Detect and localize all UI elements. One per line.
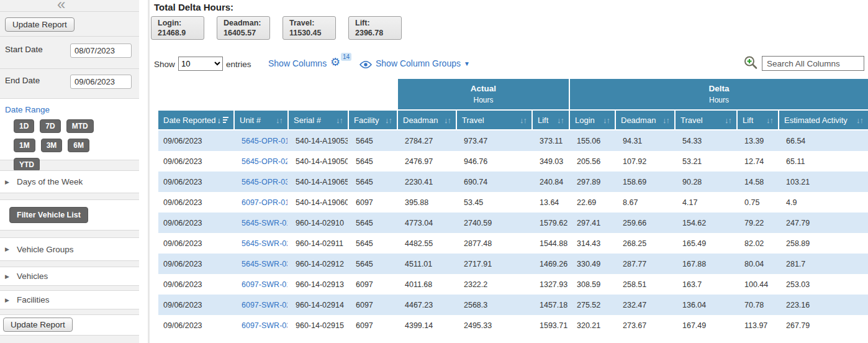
unit-link[interactable]: 6097-SWR-01 [242, 280, 287, 289]
show-columns-link[interactable]: Show Columns [268, 58, 327, 68]
cell-travel: 4.17 [674, 192, 736, 213]
sort-icon: ↓↑ [766, 116, 773, 125]
facilities-section[interactable]: ▶ Facilities [0, 290, 139, 309]
cell-estimated-activity: 253.03 [778, 274, 868, 295]
date-range-6m[interactable]: 6M [68, 139, 89, 152]
entries-label: entries [226, 60, 251, 69]
cell-travel: 690.74 [456, 172, 531, 192]
cell-travel: 165.49 [674, 233, 736, 254]
gear-icon[interactable]: ⚙ [330, 55, 340, 69]
update-report-button-top[interactable]: Update Report [5, 17, 75, 32]
cell-travel: 53.45 [456, 192, 531, 213]
column-header-estimated-activity[interactable]: Estimated Activity↓↑ [778, 111, 868, 130]
unit-link[interactable]: 5645-OPR-01 [242, 137, 287, 145]
cell-estimated-activity: 103.21 [778, 172, 868, 192]
search-plus-icon[interactable] [743, 55, 758, 73]
vehicles-section[interactable]: ▶ Vehicles [0, 267, 139, 286]
column-header-deadman[interactable]: Deadman↓↑ [615, 111, 674, 130]
column-header-lift[interactable]: Lift↓↑ [531, 111, 569, 130]
cell-lift: 80.04 [736, 254, 778, 274]
cell-lift: 82.02 [736, 233, 778, 254]
update-report-button-bottom[interactable]: Update Report [3, 318, 73, 332]
date-range-7d[interactable]: 7D [40, 119, 60, 133]
unit-link[interactable]: 6097-SWR-03 [242, 321, 287, 330]
unit-link[interactable]: 5645-OPR-02 [242, 157, 287, 166]
cell-lift: 373.11 [531, 130, 569, 151]
cell-travel: 946.76 [456, 151, 531, 172]
bottom-panel: Update Report [0, 314, 139, 336]
vehicles-label: Vehicles [17, 272, 48, 281]
cell-login: 297.89 [569, 172, 615, 192]
unit-link[interactable]: 5645-SWR-02 [242, 239, 287, 248]
chevron-right-icon: ▶ [5, 273, 9, 280]
column-label: Date Reported [163, 116, 216, 125]
group-title: Actual [398, 84, 569, 93]
cell-login: 297.41 [569, 213, 615, 233]
column-header-login[interactable]: Login↓↑ [569, 111, 615, 130]
cell-lift: 100.44 [736, 274, 778, 295]
date-range-mtd[interactable]: MTD [66, 119, 94, 133]
start-date-field[interactable] [70, 43, 132, 58]
facilities-label: Facilities [17, 295, 50, 304]
column-header-date-reported[interactable]: Date Reported↓ [158, 111, 233, 130]
show-column-groups-label: Show Column Groups [376, 58, 461, 68]
stat-box-deadman: Deadman:16405.57 [217, 16, 270, 40]
cell-estimated-activity: 247.79 [778, 213, 868, 233]
unit-link[interactable]: 5645-OPR-03 [242, 178, 287, 186]
date-range-1m[interactable]: 1M [14, 139, 35, 152]
date-range-label: Date Range [5, 105, 50, 114]
cell-deadman: 8.67 [615, 192, 674, 213]
column-header-travel[interactable]: Travel↓↑ [674, 111, 736, 130]
cell-lift: 240.84 [531, 172, 569, 192]
unit-link[interactable]: 6097-OPR-01 [242, 198, 287, 207]
chevron-right-icon: ▶ [5, 297, 9, 303]
unit-link[interactable]: 6097-SWR-02 [242, 301, 287, 309]
column-header-unit[interactable]: Unit #↓↑ [233, 111, 287, 130]
stat-label: Login: [158, 18, 197, 28]
cell-lift: 12.74 [736, 151, 778, 172]
column-header-lift[interactable]: Lift↓↑ [736, 111, 778, 130]
cell-travel: 973.47 [456, 130, 531, 151]
entries-select[interactable]: 10 [178, 57, 223, 71]
cell-estimated-activity: 66.54 [778, 130, 868, 151]
date-range-panel: Date Range 1D7DMTD1M3M6MYTD [0, 98, 139, 160]
cell-deadman: 287.77 [615, 254, 674, 274]
table-row: 09/06/20235645-SWR-03960-14-029125645451… [158, 254, 868, 274]
cell-serial: 960-14-02911 [287, 233, 348, 254]
table-body: 09/06/20235645-OPR-01540-14-A19053564527… [158, 130, 868, 336]
vehicle-groups-section[interactable]: ▶ Vehicle Groups [0, 237, 139, 261]
days-of-week-section[interactable]: ▶ Days of the Week [0, 170, 139, 193]
cell-facility: 5645 [348, 172, 397, 192]
date-range-3m[interactable]: 3M [41, 139, 63, 152]
cell-lift: 1327.93 [531, 274, 569, 295]
date-range-1d[interactable]: 1D [14, 119, 34, 133]
cell-lift: 14.58 [736, 172, 778, 192]
divider [0, 68, 139, 69]
stat-label: Deadman: [224, 18, 263, 28]
end-date-field[interactable] [70, 75, 132, 89]
total-delta-stats: Login:21468.9Deadman:16405.57Travel:1153… [151, 16, 414, 40]
stat-value: 11530.45 [289, 28, 329, 38]
column-header-facility[interactable]: Facility↓↑ [348, 111, 397, 130]
cell-deadman: 4482.55 [397, 233, 456, 254]
cell-date-reported: 09/06/2023 [158, 172, 233, 192]
show-column-groups-link[interactable]: Show Column Groups▼ [376, 58, 470, 68]
column-header-deadman[interactable]: Deadman↓↑ [397, 111, 456, 130]
column-header-serial[interactable]: Serial #↓↑ [287, 111, 348, 130]
cell-serial: 960-14-02912 [287, 254, 348, 274]
date-range-ytd[interactable]: YTD [14, 158, 40, 172]
sidebar-scrollbar[interactable] [148, 0, 150, 343]
sort-icon: ↓↑ [385, 116, 392, 125]
search-input[interactable] [762, 56, 864, 71]
filter-vehicle-list-button[interactable]: Filter Vehicle List [9, 207, 88, 223]
cell-unit: 5645-OPR-03 [233, 172, 287, 192]
sort-icon: ↓↑ [276, 116, 283, 125]
unit-link[interactable]: 5645-SWR-01 [242, 219, 287, 227]
stat-label: Travel: [289, 18, 329, 28]
unit-link[interactable]: 5645-SWR-03 [242, 260, 287, 268]
cell-deadman: 395.88 [397, 192, 456, 213]
report-table: ActualHoursDeltaHours Date Reported↓Unit… [158, 79, 868, 336]
cell-unit: 5645-SWR-01 [233, 213, 287, 233]
column-header-travel[interactable]: Travel↓↑ [456, 111, 531, 130]
table-row: 09/06/20235645-OPR-03540-14-A19065564522… [158, 172, 868, 192]
